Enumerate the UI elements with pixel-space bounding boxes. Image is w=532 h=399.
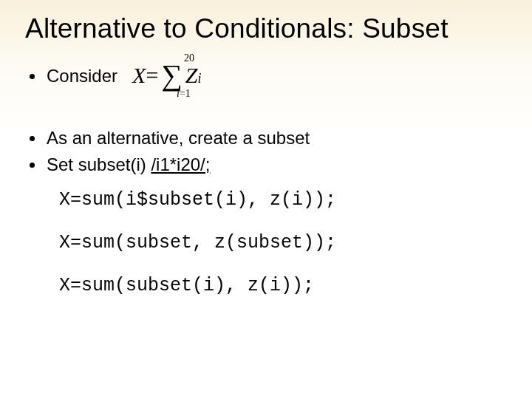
formula-eq: =: [146, 64, 158, 86]
formula-lower-eq: =1: [180, 88, 191, 99]
bullet-consider-text: Consider: [47, 65, 117, 87]
bullet-icon: [30, 136, 35, 141]
code-line-3: X=sum(subset(i), z(i));: [59, 275, 507, 297]
code-line-1: X=sum(i$subset(i), z(i));: [59, 189, 507, 211]
bullet-set-prefix: Set subset(i): [47, 154, 151, 174]
bullet-set: Set subset(i) /i1*i20/;: [30, 154, 507, 176]
formula-Z-sub: i: [198, 72, 202, 85]
formula-Z: Z: [185, 64, 198, 86]
bullet-set-underlined: /i1*i20/;: [151, 154, 210, 174]
code-block: X=sum(i$subset(i), z(i)); X=sum(subset, …: [59, 189, 507, 297]
bullet-set-text: Set subset(i) /i1*i20/;: [47, 154, 210, 176]
formula: 20 X = ∑ Z i i=1: [132, 61, 201, 90]
slide-title: Alternative to Conditionals: Subset: [25, 13, 507, 44]
bullet-alternative: As an alternative, create a subset: [30, 127, 507, 149]
formula-upper-limit: 20: [184, 53, 194, 64]
formula-lhs: X: [132, 64, 146, 86]
bullet-icon: [30, 74, 35, 79]
bullet-consider: Consider 20 X = ∑ Z i i=1: [30, 65, 507, 90]
sigma-icon: ∑: [161, 61, 183, 90]
code-line-2: X=sum(subset, z(subset));: [59, 232, 507, 254]
bullet-alternative-text: As an alternative, create a subset: [47, 127, 310, 149]
formula-lower-limit: i=1: [177, 89, 191, 99]
bullet-icon: [30, 163, 35, 168]
